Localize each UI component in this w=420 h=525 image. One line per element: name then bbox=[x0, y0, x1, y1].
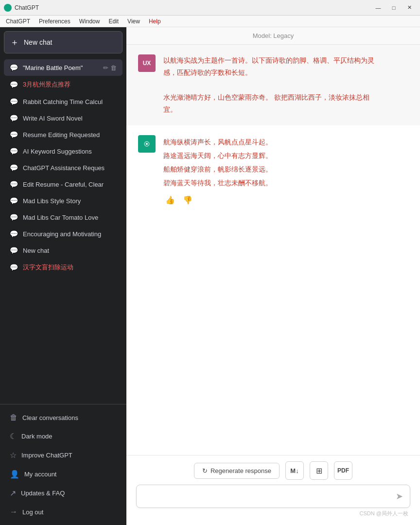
chat-item-label: 汉字文盲扫除运动 bbox=[23, 263, 117, 272]
input-row: ➤ bbox=[136, 485, 410, 508]
sidebar-action-log-out[interactable]: → Log out bbox=[4, 503, 122, 521]
chat-bubble-icon: 💬 bbox=[10, 98, 18, 105]
dark-mode-label: Dark mode bbox=[21, 433, 52, 440]
chat-item-label: AI Keyword Suggestions bbox=[23, 148, 117, 155]
title-bar: ChatGPT — □ ✕ bbox=[0, 0, 420, 16]
chat-item-label: 3月杭州景点推荐 bbox=[23, 80, 117, 89]
model-bar: Model: Legacy bbox=[126, 27, 420, 45]
minimize-button[interactable]: — bbox=[371, 3, 385, 13]
sidebar-action-dark-mode[interactable]: ☾ Dark mode bbox=[4, 427, 122, 446]
markdown-button[interactable]: M↓ bbox=[285, 461, 304, 480]
sidebar-action-my-account[interactable]: 👤 My account bbox=[4, 465, 122, 484]
main-content: Model: Legacy UX以航海实战为主题作一首诗。以下面诗歌的韵脚、格调… bbox=[126, 27, 420, 525]
chat-item-label: New chat bbox=[23, 247, 117, 254]
regen-label: Regenerate response bbox=[210, 467, 271, 474]
app-icon bbox=[4, 4, 12, 12]
sidebar-divider bbox=[0, 404, 126, 404]
svg-point-2 bbox=[146, 143, 148, 145]
message-line: 路途遥远海天阔，心中有志方显辉。 bbox=[163, 149, 408, 162]
chat-item-label: Write AI Sword Novel bbox=[23, 115, 117, 122]
chat-item-label: Resume Editing Requested bbox=[23, 131, 117, 139]
pdf-icon: PDF bbox=[337, 467, 349, 474]
watermark: CSDN @局外人一枚 bbox=[136, 508, 410, 517]
chat-bubble-icon: 💬 bbox=[10, 213, 18, 221]
sidebar-chat-item-chatgpt-assist[interactable]: 💬 ChatGPT Assistance Reques bbox=[4, 159, 122, 176]
message-line: 以航海实战为主题作一首诗。以下面诗歌的韵脚、格调、平仄结构为灵 bbox=[163, 54, 408, 67]
message-actions: 👍 👎 bbox=[163, 194, 408, 206]
new-chat-label: New chat bbox=[24, 38, 52, 46]
updates-faq-icon: ↗ bbox=[10, 489, 16, 498]
chat-area: UX以航海实战为主题作一首诗。以下面诗歌的韵脚、格调、平仄结构为灵感，匹配诗歌的… bbox=[126, 45, 420, 455]
chat-item-label: ChatGPT Assistance Reques bbox=[23, 164, 117, 172]
sidebar-chat-item-encouraging[interactable]: 💬 Encouraging and Motivating bbox=[4, 226, 122, 242]
assistant-avatar bbox=[138, 135, 156, 153]
chat-item-label: Rabbit Catching Time Calcul bbox=[23, 98, 117, 105]
chat-bubble-icon: 💬 bbox=[10, 197, 18, 205]
sidebar-chat-item-edit-resume[interactable]: 💬 Edit Resume - Careful, Clear bbox=[4, 176, 122, 192]
close-button[interactable]: ✕ bbox=[402, 3, 416, 13]
chat-bubble-icon: 💬 bbox=[10, 131, 18, 139]
menu-view[interactable]: View bbox=[123, 17, 144, 26]
chat-bubble-icon: 💬 bbox=[10, 147, 18, 155]
chat-bubble-icon: 💬 bbox=[10, 180, 18, 188]
title-bar-left: ChatGPT bbox=[4, 4, 39, 12]
chat-bubble-icon: 💬 bbox=[10, 114, 18, 122]
sidebar-action-clear-conversations[interactable]: 🗑 Clear conversations bbox=[4, 408, 122, 427]
image-button[interactable]: ⊞ bbox=[310, 461, 328, 480]
clear-conversations-icon: 🗑 bbox=[10, 413, 18, 422]
sidebar-chat-item-marine-battle-poem[interactable]: 💬 "Marine Battle Poem" ✏🗑 bbox=[4, 59, 122, 76]
sidebar-chat-item-rabbit-catching[interactable]: 💬 Rabbit Catching Time Calcul bbox=[4, 93, 122, 110]
message-line: 宜。 bbox=[163, 104, 408, 116]
edit-icons: ✏🗑 bbox=[103, 64, 117, 71]
message-row-1: 航海纵横涛声长，风帆点点星斗起。路途遥远海天阔，心中有志方显辉。船舶矫健穿浪前，… bbox=[126, 125, 420, 215]
sidebar-chat-item-new-chat-2[interactable]: 💬 New chat bbox=[4, 242, 122, 259]
menu-window[interactable]: Window bbox=[75, 17, 104, 26]
plus-icon: ＋ bbox=[10, 36, 19, 48]
menu-bar: ChatGPT Preferences Window Edit View Hel… bbox=[0, 16, 420, 27]
maximize-button[interactable]: □ bbox=[387, 3, 401, 13]
menu-chatgpt[interactable]: ChatGPT bbox=[2, 17, 34, 26]
sidebar-chat-item-ai-keyword[interactable]: 💬 AI Keyword Suggestions bbox=[4, 143, 122, 159]
chat-bubble-icon: 💬 bbox=[10, 263, 18, 271]
sidebar-top: ＋ New chat bbox=[0, 27, 126, 57]
sidebar-chat-item-mad-libs-car[interactable]: 💬 Mad Libs Car Tomato Love bbox=[4, 209, 122, 226]
message-line: 碧海蓝天等待我，壮志未酬不移航。 bbox=[163, 176, 408, 190]
sidebar-chat-item-write-ai-sword[interactable]: 💬 Write AI Sword Novel bbox=[4, 110, 122, 126]
sidebar-chat-item-hangzhou-spots[interactable]: 💬 3月杭州景点推荐 bbox=[4, 76, 122, 93]
chat-item-label: Mad Libs Style Story bbox=[23, 197, 117, 205]
sidebar-chat-item-resume-editing[interactable]: 💬 Resume Editing Requested bbox=[4, 126, 122, 143]
delete-icon[interactable]: 🗑 bbox=[110, 64, 117, 71]
message-line bbox=[163, 79, 408, 91]
chat-input[interactable] bbox=[142, 490, 395, 502]
chat-item-label: Mad Libs Car Tomato Love bbox=[23, 214, 117, 221]
sidebar-action-improve-chatgpt[interactable]: ☆ Improve ChatGPT bbox=[4, 446, 122, 465]
log-out-label: Log out bbox=[22, 508, 43, 516]
app-body: ＋ New chat 💬 "Marine Battle Poem" ✏🗑 💬 3… bbox=[0, 27, 420, 525]
menu-edit[interactable]: Edit bbox=[105, 17, 122, 26]
pdf-button[interactable]: PDF bbox=[334, 461, 352, 480]
thumbs-down-button[interactable]: 👎 bbox=[181, 194, 194, 206]
image-icon: ⊞ bbox=[316, 466, 322, 475]
sidebar-chat-item-hanzi-scan[interactable]: 💬 汉字文盲扫除运动 bbox=[4, 259, 122, 276]
sidebar-bottom: 🗑 Clear conversations ☾ Dark mode ☆ Impr… bbox=[0, 406, 126, 525]
message-line: 航海纵横涛声长，风帆点点星斗起。 bbox=[163, 135, 408, 149]
markdown-icon: M↓ bbox=[290, 467, 298, 474]
sidebar-action-updates-faq[interactable]: ↗ Updates & FAQ bbox=[4, 484, 122, 503]
chat-bubble-icon: 💬 bbox=[10, 246, 18, 254]
thumbs-up-button[interactable]: 👍 bbox=[163, 194, 177, 206]
send-button[interactable]: ➤ bbox=[395, 490, 404, 503]
message-line: 船舶矫健穿浪前，帆影绵长逐景远。 bbox=[163, 162, 408, 176]
new-chat-button[interactable]: ＋ New chat bbox=[4, 31, 122, 53]
updates-faq-label: Updates & FAQ bbox=[21, 490, 65, 497]
chat-item-label: Encouraging and Motivating bbox=[23, 230, 117, 238]
regen-icon: ↻ bbox=[202, 467, 208, 474]
improve-chatgpt-label: Improve ChatGPT bbox=[21, 452, 72, 459]
sidebar-chat-item-mad-libs-story[interactable]: 💬 Mad Libs Style Story bbox=[4, 192, 122, 209]
model-label: Model: Legacy bbox=[253, 32, 294, 39]
chat-bubble-icon: 💬 bbox=[10, 164, 18, 172]
edit-icon[interactable]: ✏ bbox=[103, 64, 108, 71]
menu-preferences[interactable]: Preferences bbox=[35, 17, 74, 26]
regenerate-button[interactable]: ↻ Regenerate response bbox=[194, 463, 280, 479]
clear-conversations-label: Clear conversations bbox=[22, 414, 78, 421]
menu-help[interactable]: Help bbox=[145, 17, 165, 26]
